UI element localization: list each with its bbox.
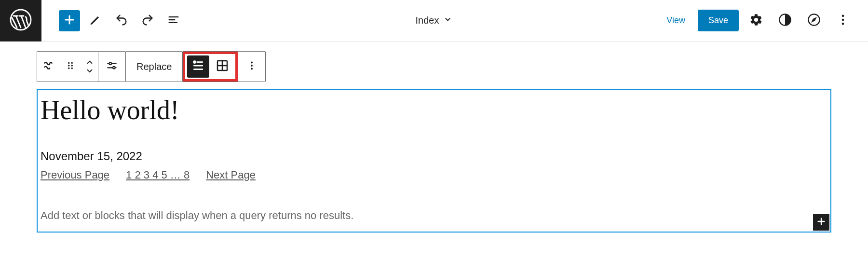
svg-point-10 — [68, 68, 69, 69]
svg-point-7 — [71, 62, 73, 64]
editor-topbar: Index View Save — [0, 0, 868, 41]
kebab-icon — [836, 13, 850, 28]
block-type-button[interactable] — [37, 52, 59, 82]
kebab-icon — [245, 59, 258, 74]
undo-icon — [115, 13, 128, 28]
no-results-placeholder[interactable]: Add text or blocks that will display whe… — [41, 209, 827, 222]
contrast-icon — [778, 13, 792, 28]
pagination-next[interactable]: Next Page — [206, 169, 256, 181]
chevron-down-icon — [443, 14, 452, 27]
post-date[interactable]: November 15, 2022 — [41, 150, 827, 163]
query-loop-block[interactable]: Hello world! November 15, 2022 Previous … — [37, 89, 831, 233]
pencil-icon — [89, 13, 102, 28]
pagination-prev[interactable]: Previous Page — [41, 169, 109, 181]
svg-point-11 — [71, 68, 73, 69]
svg-point-8 — [68, 65, 69, 66]
svg-point-18 — [251, 68, 253, 70]
sliders-icon — [106, 59, 118, 74]
plus-icon — [63, 13, 76, 28]
svg-point-4 — [842, 18, 844, 21]
svg-point-5 — [842, 22, 844, 25]
svg-point-14 — [194, 61, 196, 63]
wordpress-icon — [9, 8, 32, 33]
svg-point-3 — [842, 14, 844, 17]
replace-button[interactable]: Replace — [126, 52, 182, 82]
svg-point-12 — [109, 62, 111, 65]
compass-icon — [807, 13, 821, 28]
edit-tool-button[interactable] — [85, 10, 106, 31]
more-options-button[interactable] — [831, 9, 854, 32]
document-title-dropdown[interactable]: Index — [416, 14, 453, 27]
gear-icon — [749, 13, 763, 28]
drag-icon — [64, 59, 77, 74]
display-settings-button[interactable] — [98, 52, 125, 82]
grid-layout-button[interactable] — [211, 55, 233, 78]
move-down-button[interactable] — [85, 67, 94, 75]
pagination: Previous Page 1 2 3 4 5 … 8 Next Page — [41, 169, 827, 181]
chevron-up-icon — [85, 58, 94, 66]
wordpress-logo-button[interactable] — [0, 0, 41, 41]
list-view-button[interactable] — [163, 10, 184, 31]
list-layout-icon — [191, 58, 205, 75]
svg-point-17 — [251, 65, 253, 67]
query-loop-icon — [42, 59, 54, 74]
svg-point-9 — [71, 65, 73, 66]
styles-button[interactable] — [773, 9, 797, 32]
redo-button[interactable] — [137, 10, 158, 31]
pagination-numbers[interactable]: 1 2 3 4 5 … 8 — [126, 169, 190, 181]
grid-layout-icon — [215, 58, 230, 75]
svg-point-13 — [113, 67, 115, 69]
save-button[interactable]: Save — [698, 10, 739, 31]
svg-point-16 — [251, 62, 253, 64]
redo-icon — [141, 13, 154, 28]
plus-icon — [816, 216, 827, 229]
undo-button[interactable] — [111, 10, 132, 31]
list-layout-button[interactable] — [187, 55, 209, 78]
block-appender-button[interactable] — [813, 214, 829, 231]
layout-toggle-highlight — [183, 52, 238, 82]
add-block-button[interactable] — [59, 10, 80, 31]
navigation-button[interactable] — [802, 9, 826, 32]
svg-point-6 — [68, 62, 69, 64]
list-view-icon — [167, 13, 180, 28]
document-title-text: Index — [416, 15, 439, 26]
left-tool-group — [41, 10, 184, 31]
move-up-button[interactable] — [85, 58, 94, 67]
view-link[interactable]: View — [660, 12, 692, 29]
block-toolbar: Replace — [37, 51, 868, 82]
settings-button[interactable] — [745, 9, 768, 32]
chevron-down-icon — [85, 67, 94, 75]
block-more-options-button[interactable] — [238, 52, 265, 82]
drag-handle[interactable] — [59, 52, 81, 82]
right-tool-group: View Save — [660, 9, 868, 32]
post-title[interactable]: Hello world! — [41, 93, 827, 125]
